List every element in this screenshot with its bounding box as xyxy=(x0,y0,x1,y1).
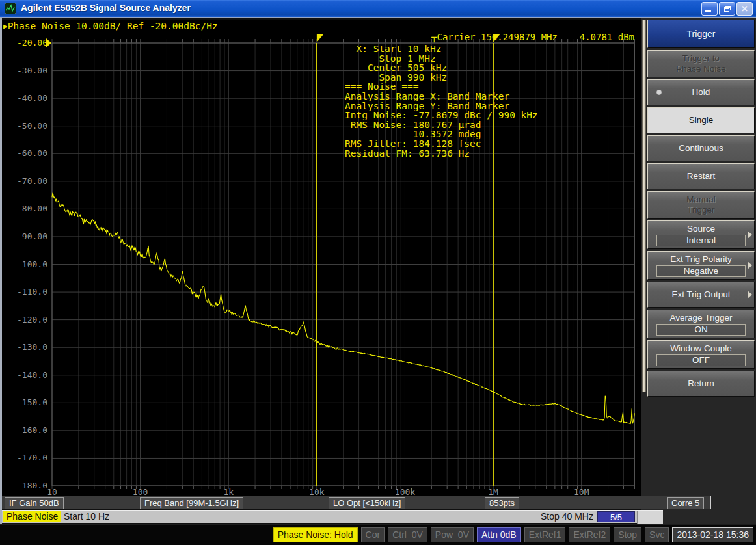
menu-button-label: Trigger xyxy=(687,205,714,215)
sweep-status-row: Phase Noise Start 10 Hz Stop 40 MHz 5/5 xyxy=(2,510,663,523)
submenu-arrow-icon xyxy=(748,261,752,269)
y-axis-label: -60.00 xyxy=(2,148,47,158)
y-axis-label: -90.00 xyxy=(2,232,47,241)
menu-button-label: Manual xyxy=(686,194,715,205)
status-segment: Cor xyxy=(361,527,385,542)
menu-button-restart[interactable]: Restart xyxy=(647,163,755,189)
y-axis-label: -50.00 xyxy=(2,121,47,131)
trace-header-label: Phase Noise 10.00dB/ Ref -20.00dBc/Hz xyxy=(8,21,218,31)
status-segment: Stop xyxy=(614,527,641,542)
app-icon xyxy=(5,3,16,14)
status-segment: ExtRef1 xyxy=(524,527,566,542)
menu-button-label: Ext Trig Polarity xyxy=(670,254,732,265)
menu-button-continuous[interactable]: Continuous xyxy=(647,135,755,161)
trigger-menu: Trigger Trigger toPhase NoiseHoldSingleC… xyxy=(647,20,755,399)
trace-marker-icon: ▶ xyxy=(3,22,8,31)
close-button: ✕ xyxy=(736,2,753,16)
submenu-arrow-icon xyxy=(748,231,752,239)
menu-button-source[interactable]: SourceInternal xyxy=(647,220,755,249)
menu-button-single[interactable]: Single xyxy=(647,107,755,133)
menu-button-trigger-to-phase-noise[interactable]: Trigger toPhase Noise xyxy=(647,50,755,77)
menu-button-label: Average Trigger xyxy=(670,313,733,323)
menu-button-label: Hold xyxy=(692,87,710,98)
sidebar-groove xyxy=(642,20,646,392)
menu-button-label: Ext Trig Output xyxy=(671,289,730,300)
menu-button-value: Internal xyxy=(656,235,746,246)
status-segment: Phase Noise: Hold xyxy=(273,527,358,542)
y-axis-label: -70.00 xyxy=(2,176,47,186)
menu-button-label: Single xyxy=(689,115,714,126)
menu-button-average-trigger[interactable]: Average TriggerON xyxy=(647,310,755,338)
y-axis-label: -110.0 xyxy=(2,287,47,297)
sweep-stop-label: Stop 40 MHz xyxy=(541,511,593,522)
submenu-arrow-icon xyxy=(748,291,752,299)
status-box: Corre 5 xyxy=(667,497,704,509)
carrier-label: Carrier xyxy=(437,32,476,42)
carrier-readout: ┬Carrier 156.249879 MHz 4.0781 dBm xyxy=(431,32,634,42)
clock-display: 2013-02-18 15:36 xyxy=(672,527,753,542)
menu-button-ext-trig-output[interactable]: Ext Trig Output xyxy=(647,282,755,308)
status-segment: ExtRef2 xyxy=(569,527,610,542)
phase-noise-graph: ┬Carrier 156.249879 MHz 4.0781 dBm -20.0… xyxy=(2,20,641,496)
y-axis-label: -120.0 xyxy=(2,315,47,325)
noise-measurement-readout: X: Start 10 kHz Stop 1 MHz Center 505 kH… xyxy=(345,44,538,158)
close-icon: ✕ xyxy=(741,5,748,13)
status-segment: Pow 0V xyxy=(431,527,474,542)
menu-button-value: Negative xyxy=(656,265,746,277)
title-bar[interactable]: Agilent E5052B Signal Source Analyzer ✕ xyxy=(0,0,756,18)
y-axis-label: -130.0 xyxy=(2,342,47,352)
carrier-tee-icon: ┬ xyxy=(431,32,437,42)
y-axis-label: -30.00 xyxy=(2,66,47,75)
status-segment: Attn 0dB xyxy=(477,527,521,542)
y-axis-label: -170.0 xyxy=(2,453,47,462)
blank-chip xyxy=(637,511,663,524)
menu-button-window-couple[interactable]: Window CoupleOFF xyxy=(647,340,755,369)
selected-bullet-icon xyxy=(656,90,662,95)
app-window: Agilent E5052B Signal Source Analyzer ✕ … xyxy=(0,0,756,545)
active-mode-chip: Phase Noise xyxy=(3,511,61,522)
carrier-frequency: 156.249879 MHz xyxy=(481,32,558,42)
status-box: LO Opt [<150kHz] xyxy=(329,497,405,509)
menu-title: Trigger xyxy=(647,20,755,48)
y-axis-label: -40.00 xyxy=(2,93,47,103)
menu-button-value: OFF xyxy=(656,354,746,366)
menu-button-label: Window Couple xyxy=(670,343,732,354)
instrument-status-bar: Phase Noise: HoldCorCtrl 0VPow 0VAttn 0d… xyxy=(0,524,756,545)
status-box: 853pts xyxy=(485,497,519,509)
plot-border xyxy=(52,43,634,486)
menu-button-label: Continuous xyxy=(679,143,723,153)
menu-button-hold[interactable]: Hold xyxy=(647,79,755,105)
status-box: IF Gain 50dB xyxy=(5,497,64,509)
softkey-sidebar: Trigger Trigger toPhase NoiseHoldSingleC… xyxy=(641,18,756,524)
status-segment: Svc xyxy=(645,527,669,542)
status-segment: Ctrl 0V xyxy=(388,527,427,542)
status-box: Freq Band [99M-1.5GHz] xyxy=(140,497,243,509)
y-axis-label: -160.0 xyxy=(2,425,47,435)
y-axis-label: -80.00 xyxy=(2,204,47,213)
restore-icon xyxy=(724,6,731,12)
y-axis-label: -100.0 xyxy=(2,259,47,269)
menu-button-label: Source xyxy=(687,224,715,234)
y-axis-label: -180.0 xyxy=(2,481,47,490)
menu-button-label: Phase Noise xyxy=(676,64,726,74)
minimize-icon xyxy=(705,10,711,12)
window-title: Agilent E5052B Signal Source Analyzer xyxy=(21,3,191,13)
window-controls: ✕ xyxy=(701,2,753,16)
page-indicator: 5/5 xyxy=(597,511,635,522)
menu-button-label: Return xyxy=(688,379,714,389)
y-axis-label: -140.0 xyxy=(2,370,47,380)
minimize-button[interactable] xyxy=(701,2,718,16)
menu-button-return[interactable]: Return xyxy=(647,371,755,397)
menu-button-manual-trigger[interactable]: ManualTrigger xyxy=(647,191,755,219)
menu-button-ext-trig-polarity[interactable]: Ext Trig PolarityNegative xyxy=(647,251,755,280)
restore-button[interactable] xyxy=(719,2,735,16)
menu-button-label: Trigger to xyxy=(682,53,720,64)
menu-button-value: ON xyxy=(656,324,746,336)
phase-noise-plot xyxy=(2,20,641,496)
phase-noise-trace xyxy=(52,193,634,424)
y-axis-label: -150.0 xyxy=(2,397,47,407)
menu-button-label: Restart xyxy=(687,171,716,181)
measurement-status-row: IF Gain 50dBFreq Band [99M-1.5GHz]LO Opt… xyxy=(2,496,711,509)
band-marker-flag[interactable] xyxy=(317,34,324,42)
sweep-start-label: Start 10 Hz xyxy=(64,511,109,522)
